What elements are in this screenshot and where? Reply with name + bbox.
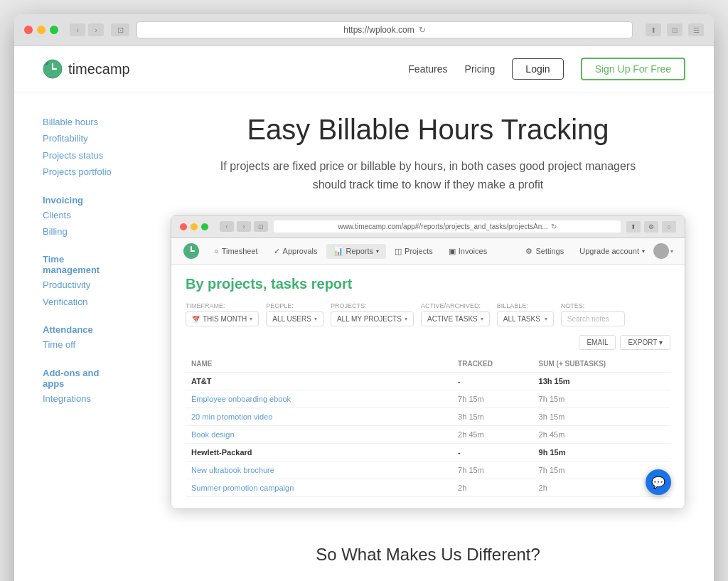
- people-label: PEOPLE:: [266, 302, 323, 309]
- mockup-menu-btn: ○: [662, 221, 676, 233]
- logo-text: timecamp: [68, 61, 130, 78]
- notes-filter: NOTES: Search notes: [561, 302, 625, 326]
- menu-button[interactable]: ☰: [688, 23, 704, 36]
- reports-icon: 📊: [333, 247, 343, 256]
- refresh-icon[interactable]: ↻: [419, 25, 426, 35]
- app-logo-icon: [183, 242, 200, 260]
- section-different: So What Makes Us Different?: [171, 531, 685, 581]
- forward-button[interactable]: ›: [88, 23, 104, 36]
- nav-buttons: ‹ ›: [70, 23, 104, 36]
- projects-chevron-icon: ▾: [405, 316, 407, 322]
- table-row: Book design 2h 45m 2h 45m: [186, 426, 670, 444]
- timeframe-chevron-icon: ▾: [250, 316, 252, 322]
- clock-icon: ○: [214, 247, 219, 255]
- filters-row: TIMEFRAME: 📅 THIS MONTH ▾ PEOPLE:: [186, 302, 670, 326]
- mockup-ext-btn: ⚙: [644, 221, 658, 233]
- row-sum: 3h 15m: [533, 408, 670, 426]
- app-nav-upgrade[interactable]: Upgrade account ▾: [572, 244, 652, 258]
- sidebar-item-billing[interactable]: Billing: [43, 223, 142, 240]
- mockup-close: [180, 223, 187, 230]
- sidebar-item-projects-portfolio[interactable]: Projects portfolio: [43, 164, 142, 180]
- sidebar-group-time: Timemanagement Productivity Verification: [43, 254, 142, 310]
- upgrade-label: Upgrade account: [579, 247, 639, 255]
- export-label: EXPORT ▾: [628, 339, 663, 346]
- sidebar-item-projects-status[interactable]: Projects status: [43, 147, 142, 164]
- bookmark-button[interactable]: ⊡: [667, 23, 682, 36]
- col-name: NAME: [186, 356, 452, 373]
- projects-label: Projects: [405, 247, 433, 255]
- billable-value: ALL TASKS: [503, 315, 540, 323]
- chat-bubble-button[interactable]: 💬: [646, 469, 671, 495]
- export-button[interactable]: EXPORT ▾: [620, 335, 670, 350]
- people-select[interactable]: ALL USERS ▾: [266, 311, 323, 326]
- address-bar[interactable]: https://wplook.com ↻: [136, 21, 633, 38]
- close-button[interactable]: [24, 26, 33, 34]
- notes-search-input[interactable]: Search notes: [561, 311, 625, 326]
- notes-label: NOTES:: [561, 302, 625, 309]
- maximize-button[interactable]: [50, 26, 58, 34]
- mockup-fwd: ›: [237, 221, 251, 232]
- app-nav-projects[interactable]: ◫ Projects: [387, 244, 440, 259]
- invoices-label: Invoices: [459, 247, 487, 255]
- timeframe-label: TIMEFRAME:: [186, 302, 259, 309]
- projects-label: PROJECTS:: [331, 302, 414, 309]
- share-button[interactable]: ⬆: [646, 23, 661, 36]
- row-tracked: -: [452, 373, 533, 390]
- mockup-tab: ⊡: [254, 221, 268, 232]
- sidebar-item-integrations[interactable]: Integrations: [43, 390, 142, 407]
- billable-select[interactable]: ALL TASKS ▾: [497, 311, 554, 326]
- features-link[interactable]: Features: [408, 63, 447, 75]
- main-layout: Billable hours Profitability Projects st…: [14, 92, 714, 581]
- signup-button[interactable]: Sign Up For Free: [581, 58, 685, 80]
- sidebar-item-time-off[interactable]: Time off: [43, 336, 142, 353]
- email-button[interactable]: EMAIL: [579, 335, 616, 350]
- app-mockup-wrapper: ‹ › ⊡ www.timecamp.com/app#/reports/proj…: [171, 215, 685, 509]
- sidebar: Billable hours Profitability Projects st…: [14, 114, 156, 581]
- sidebar-label-addons: Add-ons andapps: [43, 368, 142, 389]
- row-name: 20 min promotion video: [186, 408, 452, 426]
- app-nav-approvals[interactable]: ✓ Approvals: [267, 244, 325, 259]
- table-row: AT&T - 13h 15m: [186, 373, 670, 390]
- sidebar-label-time-management: Timemanagement: [43, 254, 142, 275]
- avatar-chevron-icon: ▾: [670, 248, 673, 255]
- main-content: Easy Billable Hours Tracking If projects…: [156, 114, 714, 581]
- people-chevron-icon: ▾: [314, 316, 317, 322]
- tab-button[interactable]: ⊡: [111, 23, 129, 36]
- sidebar-item-profitability[interactable]: Profitability: [43, 130, 142, 146]
- calendar-icon: 📅: [192, 316, 200, 323]
- app-nav-settings[interactable]: ⚙ Settings: [518, 244, 571, 259]
- sidebar-item-productivity[interactable]: Productivity: [43, 277, 142, 293]
- table-row: Hewlett-Packard - 9h 15m: [186, 444, 670, 462]
- sidebar-item-verification[interactable]: Verification: [43, 294, 142, 310]
- projects-value: ALL MY PROJECTS: [337, 315, 402, 323]
- app-nav-reports[interactable]: 📊 Reports ▾: [326, 244, 387, 259]
- table-header-row: NAME TRACKED SUM (+ SUBTASKS): [186, 356, 670, 373]
- timesheet-label: Timesheet: [222, 247, 258, 255]
- row-sum: 7h 15m: [533, 390, 670, 408]
- timeframe-select[interactable]: 📅 THIS MONTH ▾: [186, 311, 259, 326]
- app-nav-invoices[interactable]: ▣ Invoices: [441, 244, 494, 259]
- login-button[interactable]: Login: [512, 58, 563, 80]
- app-nav-timesheet[interactable]: ○ Timesheet: [207, 244, 265, 258]
- report-table: NAME TRACKED SUM (+ SUBTASKS) AT&T -: [186, 356, 670, 497]
- col-tracked: TRACKED: [452, 356, 533, 373]
- sidebar-item-clients[interactable]: Clients: [43, 207, 142, 223]
- chat-icon: 💬: [651, 476, 665, 489]
- minimize-button[interactable]: [37, 26, 46, 34]
- back-button[interactable]: ‹: [70, 23, 85, 36]
- report-title: By projects, tasks report: [186, 276, 670, 292]
- active-select[interactable]: ACTIVE TASKS ▾: [421, 311, 490, 326]
- sidebar-item-billable-hours[interactable]: Billable hours: [43, 114, 142, 130]
- mockup-back: ‹: [220, 221, 234, 232]
- hero-subtitle: If projects are fixed price or billable …: [215, 157, 641, 193]
- row-tracked: 2h: [452, 479, 533, 497]
- projects-select[interactable]: ALL MY PROJECTS ▾: [331, 311, 414, 326]
- app-navbar: ○ Timesheet ✓ Approvals 📊 Reports ▾: [171, 238, 685, 265]
- app-mockup: ‹ › ⊡ www.timecamp.com/app#/reports/proj…: [171, 215, 685, 509]
- logo: timecamp: [43, 59, 130, 79]
- upgrade-chevron-icon: ▾: [642, 248, 645, 255]
- people-value: ALL USERS: [272, 315, 311, 323]
- sidebar-group-reports: Billable hours Profitability Projects st…: [43, 114, 142, 181]
- app-avatar[interactable]: [653, 243, 669, 259]
- pricing-link[interactable]: Pricing: [465, 63, 496, 75]
